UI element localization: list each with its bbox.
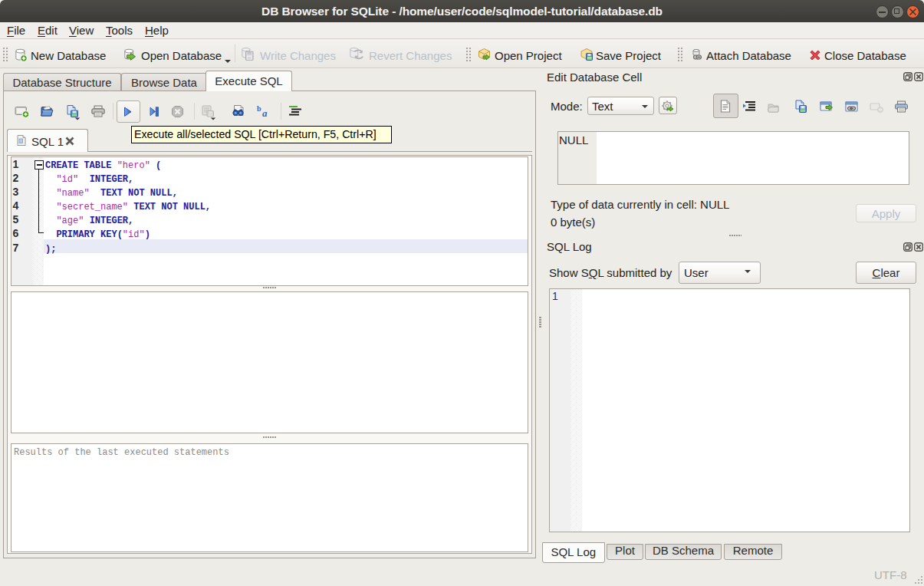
svg-text:a: a [262, 107, 268, 118]
svg-text:b: b [257, 104, 261, 113]
